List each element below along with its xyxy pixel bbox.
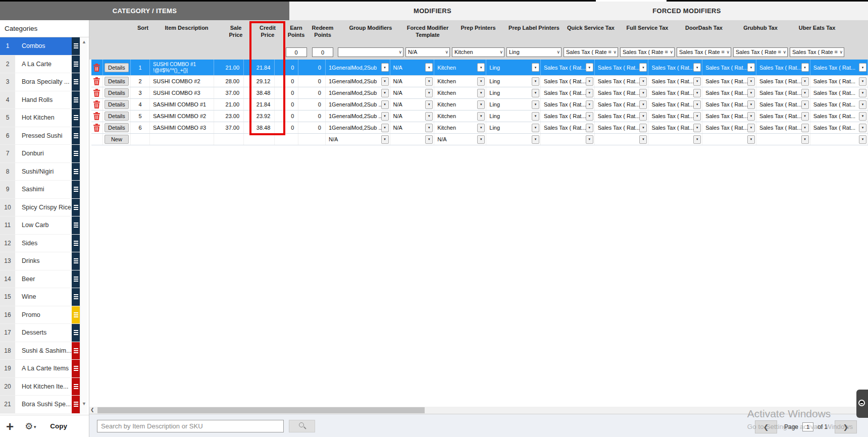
table-row[interactable]: Details5SASHIMI COMBO #223.0023.92001Gen… xyxy=(91,111,868,122)
remote-control-dock-icon[interactable] xyxy=(856,390,868,418)
dropdown-button[interactable]: ▾ xyxy=(477,77,485,86)
sidebar-item-desserts[interactable]: 17Desserts xyxy=(0,324,80,342)
sidebar-item-hot-kitchen-ite[interactable]: 20Hot Kitchen Ite... xyxy=(0,378,80,396)
dropdown-button[interactable]: ▾ xyxy=(586,63,593,72)
sidebar-item-low-carb[interactable]: 11Low Carb xyxy=(0,216,80,235)
dropdown-button[interactable]: ▾ xyxy=(586,135,593,144)
dropdown-button[interactable]: ▾ xyxy=(425,135,433,144)
dropdown-button[interactable]: ▾ xyxy=(859,89,866,97)
sidebar-item-bora-specialty[interactable]: 3Bora Specialty ... xyxy=(0,73,80,91)
dropdown-button[interactable]: ▾ xyxy=(801,77,809,86)
filter-gh-select[interactable]: Sales Tax ( Rate =∨ xyxy=(733,47,788,57)
horizontal-scrollbar[interactable]: ❮ xyxy=(89,407,868,414)
dropdown-button[interactable]: ▾ xyxy=(477,135,485,144)
category-drag-handle[interactable] xyxy=(72,235,80,252)
sidebar-item-pressed-sushi[interactable]: 6Pressed Sushi xyxy=(0,127,80,145)
table-row[interactable]: Details1SUSHI COMBO #1!@#$%^*()_+{}|21.0… xyxy=(91,60,868,76)
tab-modifiers[interactable]: MODIFIERS xyxy=(289,2,576,20)
details-button[interactable]: Details xyxy=(105,77,129,86)
dropdown-button[interactable]: ▾ xyxy=(477,89,485,97)
filter-qst-select[interactable]: Sales Tax ( Rate =∨ xyxy=(564,47,618,57)
category-drag-handle[interactable] xyxy=(72,37,80,55)
sidebar-item-bora-sushi-spe[interactable]: 21Bora Sushi Spe... xyxy=(0,396,80,414)
filter-prep-select[interactable]: Kitchen∨ xyxy=(452,47,504,57)
dropdown-button[interactable]: ▾ xyxy=(801,100,809,109)
dropdown-button[interactable]: ▾ xyxy=(693,63,701,72)
category-drag-handle[interactable] xyxy=(72,288,80,306)
dropdown-button[interactable]: ▾ xyxy=(693,135,701,144)
dropdown-button[interactable]: ▾ xyxy=(532,89,539,97)
sidebar-item-a-la-carte[interactable]: 2A La Carte xyxy=(0,56,80,74)
scroll-down-icon[interactable]: ▼ xyxy=(81,401,87,407)
category-drag-handle[interactable] xyxy=(72,163,80,181)
details-button[interactable]: Details xyxy=(105,88,129,97)
dropdown-button[interactable]: ▾ xyxy=(532,77,539,86)
dropdown-button[interactable]: ▾ xyxy=(381,112,389,121)
dropdown-button[interactable]: ▾ xyxy=(859,112,866,121)
details-button[interactable]: Details xyxy=(105,112,129,121)
dropdown-button[interactable]: ▾ xyxy=(801,124,809,132)
filter-forced-select[interactable]: N/A∨ xyxy=(405,47,450,57)
dropdown-button[interactable]: ▾ xyxy=(425,77,433,86)
delete-row-icon[interactable] xyxy=(93,100,100,108)
category-drag-handle[interactable] xyxy=(72,396,80,413)
category-drag-handle[interactable] xyxy=(72,73,80,91)
table-row[interactable]: Details2SUSHI COMBO #228.0029.12001Gener… xyxy=(91,76,868,87)
dropdown-button[interactable]: ▾ xyxy=(801,112,809,121)
details-button[interactable]: Details xyxy=(105,63,129,72)
categories-scrollbar[interactable]: ▲ ▼ xyxy=(80,37,87,414)
filter-earn-input[interactable] xyxy=(286,47,307,57)
dropdown-button[interactable]: ▾ xyxy=(859,100,866,109)
dropdown-button[interactable]: ▾ xyxy=(693,100,701,109)
dropdown-button[interactable]: ▾ xyxy=(639,77,647,86)
dropdown-button[interactable]: ▾ xyxy=(859,77,866,86)
category-drag-handle[interactable] xyxy=(72,270,80,288)
dropdown-button[interactable]: ▾ xyxy=(859,124,866,132)
delete-row-icon[interactable] xyxy=(93,89,100,97)
category-drag-handle[interactable] xyxy=(72,199,80,216)
delete-row-icon[interactable] xyxy=(93,124,100,132)
page-number-input[interactable] xyxy=(802,422,813,431)
scroll-up-icon[interactable]: ▲ xyxy=(81,39,87,45)
table-row[interactable]: Details3SUSHI COMBO #337.0038.48001Gener… xyxy=(91,87,868,99)
delete-row-icon[interactable] xyxy=(93,77,100,85)
dropdown-button[interactable]: ▾ xyxy=(639,124,647,132)
category-drag-handle[interactable] xyxy=(72,252,80,270)
dropdown-button[interactable]: ▾ xyxy=(859,63,866,72)
sidebar-item-spicy-crispy-rice[interactable]: 10Spicy Crispy Rice xyxy=(0,199,80,217)
dropdown-button[interactable]: ▾ xyxy=(425,112,433,121)
dropdown-button[interactable]: ▾ xyxy=(747,135,755,144)
filter-fst-select[interactable]: Sales Tax ( Rate =∨ xyxy=(620,47,675,57)
dropdown-button[interactable]: ▾ xyxy=(639,100,647,109)
dropdown-button[interactable]: ▾ xyxy=(477,124,485,132)
category-drag-handle[interactable] xyxy=(72,56,80,73)
dropdown-button[interactable]: ▾ xyxy=(747,89,755,97)
category-drag-handle[interactable] xyxy=(72,306,80,324)
dropdown-button[interactable]: ▾ xyxy=(381,100,389,109)
copy-button[interactable]: Copy xyxy=(50,422,67,430)
sidebar-item-drinks[interactable]: 13Drinks xyxy=(0,252,80,270)
dropdown-button[interactable]: ▾ xyxy=(477,63,485,72)
add-category-button[interactable]: + xyxy=(6,420,14,433)
sidebar-item-wine[interactable]: 15Wine xyxy=(0,288,80,306)
delete-row-icon[interactable] xyxy=(93,112,100,120)
dropdown-button[interactable]: ▾ xyxy=(532,100,539,109)
sidebar-item-a-la-carte-items[interactable]: 19A La Carte Items xyxy=(0,360,80,378)
search-input[interactable] xyxy=(97,420,284,432)
category-drag-handle[interactable] xyxy=(72,127,80,145)
dropdown-button[interactable]: ▾ xyxy=(381,63,389,72)
dropdown-button[interactable]: ▾ xyxy=(381,77,389,86)
dropdown-button[interactable]: ▾ xyxy=(477,100,485,109)
dropdown-button[interactable]: ▾ xyxy=(532,63,539,72)
dropdown-button[interactable]: ▾ xyxy=(747,112,755,121)
sidebar-item-promo[interactable]: 16Promo xyxy=(0,306,80,324)
filter-ue-select[interactable]: Sales Tax ( Rate =∨ xyxy=(790,47,844,57)
dropdown-button[interactable]: ▾ xyxy=(693,89,701,97)
dropdown-button[interactable]: ▾ xyxy=(425,63,433,72)
scroll-left-icon[interactable]: ❮ xyxy=(90,407,94,412)
search-button[interactable] xyxy=(289,420,315,432)
dropdown-button[interactable]: ▾ xyxy=(381,89,389,97)
dropdown-button[interactable]: ▾ xyxy=(425,124,433,132)
sidebar-item-beer[interactable]: 14Beer xyxy=(0,270,80,289)
filter-preplabel-select[interactable]: Ling∨ xyxy=(506,47,561,57)
